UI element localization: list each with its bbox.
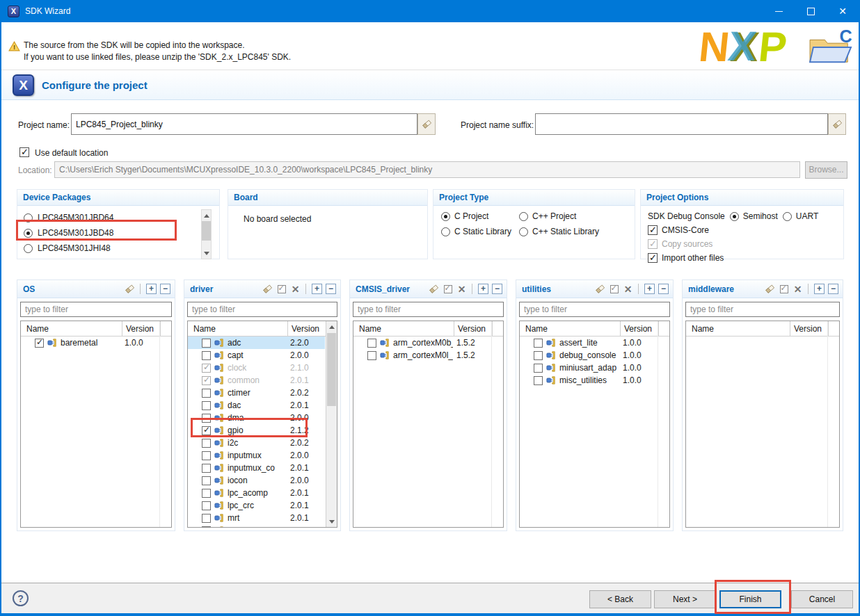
name-column-header[interactable]: Name [188, 324, 287, 334]
project-name-input[interactable] [71, 113, 417, 135]
component-checkbox[interactable] [202, 476, 211, 485]
collapse-all-icon[interactable]: − [827, 283, 839, 295]
component-checkbox[interactable] [202, 339, 211, 348]
collapse-all-icon[interactable]: − [491, 283, 503, 295]
project-option-row[interactable]: CMSIS-Core [641, 221, 843, 235]
scroll-down-icon[interactable] [202, 248, 211, 259]
select-all-icon[interactable] [608, 283, 620, 295]
minimize-button[interactable] [763, 0, 795, 22]
scrollbar-thumb[interactable] [327, 333, 336, 406]
uart-option[interactable]: UART [783, 211, 818, 221]
project-suffix-input[interactable] [535, 113, 828, 135]
radio-icon[interactable] [441, 227, 450, 236]
semihost-option[interactable]: Semihost [730, 211, 778, 221]
expand-all-icon[interactable]: + [311, 283, 323, 295]
component-row[interactable]: ctimer 2.0.2 [188, 387, 325, 399]
os-filter-input[interactable] [20, 302, 172, 317]
radio-icon[interactable] [441, 212, 450, 221]
component-row[interactable]: i2c 2.0.2 [188, 437, 325, 449]
component-checkbox[interactable] [202, 389, 211, 398]
component-checkbox[interactable] [202, 414, 211, 423]
component-row[interactable]: gpio 2.1.2 [188, 424, 325, 437]
cancel-button[interactable]: Cancel [791, 590, 853, 608]
version-column-header[interactable]: Version [287, 321, 326, 337]
close-button[interactable]: ✕ [827, 0, 859, 22]
component-checkbox[interactable] [367, 351, 376, 360]
maximize-button[interactable] [795, 0, 827, 22]
component-checkbox[interactable] [202, 451, 211, 460]
component-row[interactable]: baremetal 1.0.0 [21, 337, 159, 349]
component-row[interactable]: mrt 2.0.1 [188, 512, 325, 524]
project-type-option[interactable]: C Project [441, 211, 519, 221]
component-row[interactable]: iocon 2.0.0 [188, 474, 325, 487]
component-row[interactable]: miniusart_adap 1.0.0 [520, 362, 658, 374]
component-checkbox[interactable] [534, 376, 543, 385]
radio-icon[interactable] [519, 212, 528, 221]
component-row[interactable]: arm_cortexM0b_r 1.5.2 [353, 337, 491, 349]
component-row[interactable]: lpc_acomp 2.0.1 [188, 487, 325, 499]
component-checkbox[interactable] [202, 401, 211, 410]
deselect-all-icon[interactable]: ✕ [792, 283, 804, 295]
name-column-header[interactable]: Name [686, 324, 790, 334]
device-package-option[interactable]: LPC845M301JBD48 [17, 225, 219, 241]
deselect-all-icon[interactable]: ✕ [622, 283, 634, 295]
project-option-row[interactable]: Import other files [641, 249, 843, 263]
scroll-up-icon[interactable] [326, 321, 337, 332]
radio-icon[interactable] [519, 227, 528, 236]
component-row[interactable]: dac 2.0.1 [188, 399, 325, 412]
name-column-header[interactable]: Name [21, 324, 122, 334]
middleware-filter-input[interactable] [685, 302, 840, 317]
component-row[interactable]: arm_cortexM0l_m 1.5.2 [353, 349, 491, 362]
component-row[interactable]: inputmux 2.0.0 [188, 449, 325, 462]
component-checkbox[interactable] [35, 339, 44, 348]
deselect-all-icon[interactable]: ✕ [289, 283, 301, 295]
checkbox-icon[interactable] [648, 239, 658, 249]
device-package-option[interactable]: LPC845M301JHI33 [17, 256, 219, 259]
project-option-row[interactable]: Copy sources [641, 235, 843, 249]
device-package-option[interactable]: LPC845M301JBD64 [17, 210, 219, 225]
clear-filter-icon[interactable] [124, 283, 136, 295]
component-checkbox[interactable] [367, 339, 376, 348]
component-checkbox[interactable] [202, 351, 211, 360]
use-default-location-checkbox[interactable] [19, 147, 29, 157]
name-column-header[interactable]: Name [520, 324, 620, 334]
clear-filter-icon[interactable] [764, 283, 776, 295]
expand-all-icon[interactable]: + [813, 283, 825, 295]
version-column-header[interactable]: Version [122, 321, 160, 337]
component-checkbox[interactable] [202, 526, 211, 528]
component-row[interactable]: adc 2.2.0 [188, 337, 325, 349]
next-button[interactable]: Next > [654, 590, 716, 608]
clear-filter-icon[interactable] [262, 283, 273, 295]
component-checkbox[interactable] [202, 376, 211, 385]
clear-filter-icon[interactable] [594, 283, 606, 295]
device-package-option[interactable]: LPC845M301JHI48 [17, 241, 219, 256]
checkbox-icon[interactable] [648, 253, 658, 263]
project-name-clear-button[interactable] [417, 113, 436, 135]
component-checkbox[interactable] [202, 439, 211, 448]
scroll-down-icon[interactable] [326, 517, 337, 527]
version-column-header[interactable]: Version [454, 321, 492, 337]
component-checkbox[interactable] [202, 514, 211, 523]
component-row[interactable]: pint 2.0.2 [188, 524, 325, 528]
collapse-all-icon[interactable]: − [159, 283, 171, 295]
project-type-option[interactable]: C++ Static Library [519, 227, 635, 236]
component-row[interactable]: lpc_crc 2.0.1 [188, 499, 325, 512]
cmsis-driver-filter-input[interactable] [353, 302, 504, 317]
version-column-header[interactable]: Version [620, 321, 658, 337]
component-checkbox[interactable] [202, 364, 211, 373]
driver-scrollbar[interactable] [326, 321, 337, 527]
component-checkbox[interactable] [202, 489, 211, 498]
component-row[interactable]: inputmux_co 2.0.1 [188, 462, 325, 474]
component-row[interactable]: clock 2.1.0 [188, 362, 325, 374]
expand-all-icon[interactable]: + [477, 283, 489, 295]
driver-filter-input[interactable] [187, 302, 337, 317]
finish-button[interactable]: Finish [719, 590, 781, 608]
help-button[interactable]: ? [13, 590, 29, 606]
component-checkbox[interactable] [534, 364, 543, 373]
select-all-icon[interactable] [778, 283, 790, 295]
browse-button[interactable]: Browse... [805, 161, 847, 179]
back-button[interactable]: < Back [589, 590, 651, 608]
clear-filter-icon[interactable] [428, 283, 440, 295]
component-checkbox[interactable] [202, 501, 211, 510]
name-column-header[interactable]: Name [353, 324, 454, 334]
